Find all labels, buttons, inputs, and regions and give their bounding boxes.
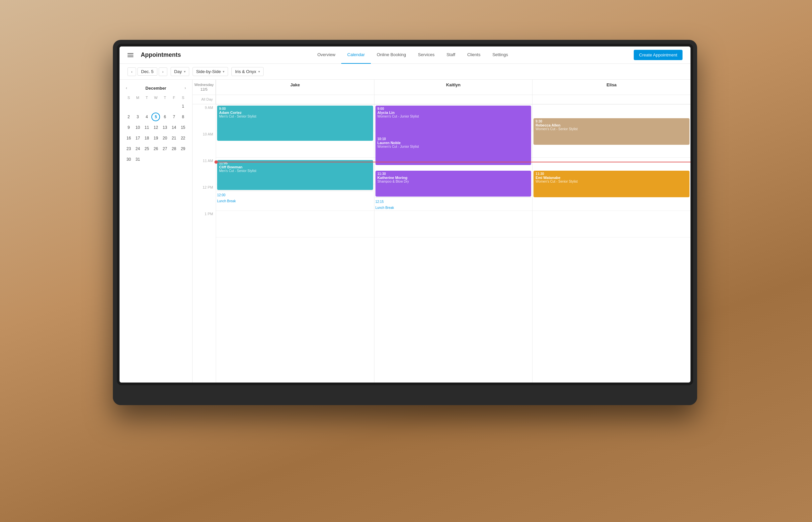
calendar-day[interactable]: 24 — [133, 143, 142, 154]
calendar-day[interactable]: 4 — [142, 112, 151, 122]
calendar-day[interactable]: 20 — [160, 133, 169, 143]
mini-cal-prev-button[interactable]: ‹ — [124, 85, 129, 91]
appt-service: Men's Cut - Senior Stylist — [219, 169, 371, 173]
calendar-day[interactable]: 11 — [142, 122, 151, 133]
time-1pm: 1 PM — [204, 212, 213, 216]
appt-name: Emi Watanabe — [535, 176, 688, 180]
appt-name: Alycia Lin — [378, 111, 529, 115]
appt-time: 11:30 — [378, 172, 529, 176]
appt-service: Men's Cut - Senior Stylist — [219, 115, 371, 118]
all-day-row: All Day — [192, 95, 690, 104]
day-header-s2: S — [179, 94, 187, 101]
mini-cal-next-button[interactable]: › — [183, 85, 187, 91]
calendar-day[interactable] — [179, 154, 187, 165]
calendar-day[interactable] — [151, 154, 160, 165]
calendar-day[interactable]: 21 — [169, 133, 178, 143]
laptop-frame: Appointments Overview Calendar Online Bo… — [113, 40, 697, 405]
appointment-rebecca-allen[interactable]: 9:30 Rebecca Allen Women's Cut - Senior … — [533, 118, 690, 145]
calendar-day[interactable] — [160, 101, 169, 112]
create-appointment-button[interactable]: Create Appointment — [634, 50, 683, 60]
location-dropdown[interactable]: Iris & Onyx ▾ — [231, 67, 264, 76]
calendar-day[interactable]: 30 — [124, 154, 133, 165]
appointment-katherine-moring[interactable]: 11:30 Katherine Moring Shampoo & Blow Dr… — [375, 171, 531, 197]
calendar-day[interactable] — [160, 154, 169, 165]
calendar-day[interactable]: 31 — [133, 154, 142, 165]
calendar-day[interactable]: 16 — [124, 133, 133, 143]
calendar-day[interactable]: 26 — [151, 143, 160, 154]
tab-staff[interactable]: Staff — [441, 46, 462, 64]
calendar-day[interactable]: 22 — [179, 133, 187, 143]
staff-columns: 9:00 Adam Cortez Men's Cut - Senior Styl… — [216, 104, 690, 383]
next-date-button[interactable]: › — [159, 67, 167, 76]
calendar-day[interactable]: 2 — [124, 112, 133, 122]
app-container: Appointments Overview Calendar Online Bo… — [120, 46, 690, 383]
appointment-cliff-bowman[interactable]: 11:05 Cliff Bowman Men's Cut - Senior St… — [217, 160, 373, 190]
calendar-day[interactable] — [142, 154, 151, 165]
tab-services[interactable]: Services — [412, 46, 441, 64]
calendar-day[interactable]: 1 — [179, 101, 187, 112]
calendar-day[interactable] — [133, 101, 142, 112]
layout-mode-dropdown[interactable]: Side-by-Side ▾ — [192, 67, 228, 76]
tab-clients[interactable]: Clients — [461, 46, 486, 64]
current-date-display: Dec. 5 — [138, 67, 157, 76]
calendar-day[interactable]: 15 — [179, 122, 187, 133]
appt-time: 9:00 — [378, 107, 529, 111]
calendar-day[interactable]: 28 — [169, 143, 178, 154]
appointment-emi-watanabe[interactable]: 11:30 Emi Watanabe Women's Cut - Senior … — [533, 171, 690, 197]
calendar-day[interactable]: 10 — [133, 122, 142, 133]
appt-name: Rebecca Allen — [535, 123, 688, 127]
calendar-day[interactable]: 23 — [124, 143, 133, 154]
tab-online-booking[interactable]: Online Booking — [371, 46, 412, 64]
calendar-day[interactable]: 12 — [151, 122, 160, 133]
appt-service: Shampoo & Blow Dry — [378, 180, 529, 183]
time-grid: 9 AM 10 AM 11 AM 12 PM 1 PM — [192, 104, 690, 383]
staff-column-jake: 9:00 Adam Cortez Men's Cut - Senior Styl… — [216, 104, 374, 383]
location-label: Iris & Onyx — [235, 69, 256, 74]
page-title: Appointments — [141, 52, 181, 58]
mini-calendar-month: December — [145, 86, 166, 91]
appt-time: 10:10 — [378, 137, 529, 141]
layout-mode-label: Side-by-Side — [196, 69, 221, 74]
view-mode-dropdown[interactable]: Day ▾ — [170, 67, 189, 76]
all-day-kaitlyn — [374, 95, 532, 104]
calendar-day[interactable]: 14 — [169, 122, 178, 133]
calendar-day[interactable]: 29 — [179, 143, 187, 154]
sidebar-calendar: ‹ December › S M T — [120, 80, 192, 383]
tab-settings[interactable]: Settings — [486, 46, 514, 64]
calendar-day[interactable]: 17 — [133, 133, 142, 143]
staff-header-jake: Jake — [216, 80, 374, 95]
calendar-day[interactable]: 25 — [142, 143, 151, 154]
mini-calendar-header: ‹ December › — [124, 85, 187, 91]
calendar-day[interactable]: 18 — [142, 133, 151, 143]
menu-icon[interactable] — [127, 52, 134, 58]
prev-date-button[interactable]: ‹ — [127, 67, 136, 76]
screen: Appointments Overview Calendar Online Bo… — [120, 46, 690, 383]
appointment-adam-cortez[interactable]: 9:00 Adam Cortez Men's Cut - Senior Styl… — [217, 106, 373, 141]
tab-overview[interactable]: Overview — [311, 46, 341, 64]
day-header-s: S — [124, 94, 133, 101]
appt-service: Women's Cut - Junior Stylist — [378, 145, 529, 148]
calendar-day[interactable] — [169, 154, 178, 165]
calendar-day[interactable]: 13 — [160, 122, 169, 133]
calendar-day[interactable]: 8 — [179, 112, 187, 122]
lunch-label: 12:00 — [217, 193, 225, 197]
time-12pm: 12 PM — [203, 185, 213, 189]
calendar-day[interactable]: 3 — [133, 112, 142, 122]
calendar-day[interactable]: 9 — [124, 122, 133, 133]
calendar-day[interactable]: 7 — [169, 112, 178, 122]
calendar-day[interactable] — [151, 101, 160, 112]
day-header-m: M — [133, 94, 142, 101]
calendar-day[interactable] — [124, 101, 133, 112]
calendar-day[interactable] — [169, 101, 178, 112]
tab-calendar[interactable]: Calendar — [341, 46, 371, 64]
calendar-day[interactable]: 19 — [151, 133, 160, 143]
appt-time: 9:30 — [535, 120, 688, 123]
calendar-day[interactable] — [142, 101, 151, 112]
appointment-lauren-noble[interactable]: 10:10 Lauren Noble Women's Cut - Junior … — [375, 136, 531, 165]
calendar-day[interactable]: 6 — [160, 112, 169, 122]
calendar-day[interactable]: 5 — [151, 112, 160, 122]
appt-time: 9:00 — [219, 107, 371, 111]
calendar-day[interactable]: 27 — [160, 143, 169, 154]
day-header-t2: T — [160, 94, 169, 101]
staff-header-kaitlyn: Kaitlyn — [374, 80, 532, 95]
